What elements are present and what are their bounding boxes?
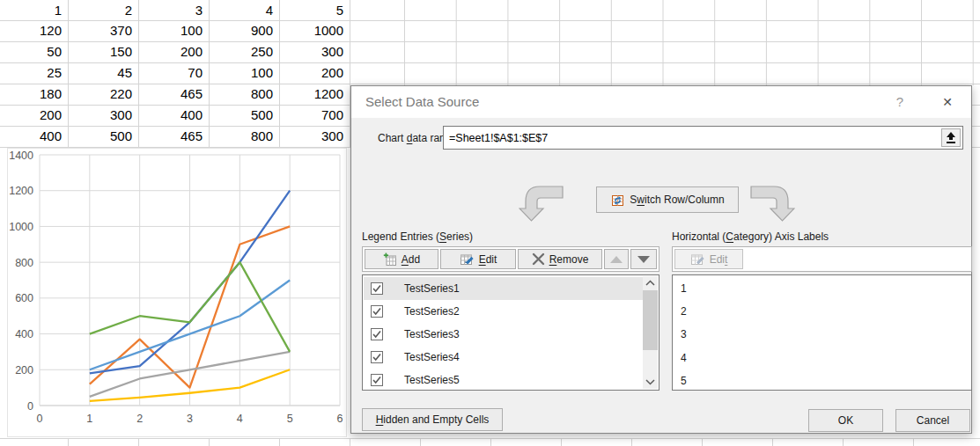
- remove-series-button[interactable]: Remove: [518, 249, 602, 269]
- dialog-title: Select Data Source: [365, 86, 479, 118]
- sheet-cell[interactable]: 300: [279, 42, 350, 61]
- close-icon[interactable]: ✕: [932, 86, 962, 118]
- sheet-cell[interactable]: 4: [209, 1, 279, 19]
- remove-button-label: Remove: [549, 253, 589, 266]
- sheet-cell[interactable]: 150: [68, 42, 138, 61]
- series-list-item[interactable]: TestSeries5: [364, 369, 643, 391]
- remove-series-icon: [532, 252, 545, 266]
- sheet-cell[interactable]: 465: [138, 127, 209, 145]
- help-button[interactable]: ?: [885, 86, 915, 118]
- sheet-cell[interactable]: 180: [0, 84, 68, 103]
- series-scrollbar[interactable]: [643, 276, 658, 389]
- axis-label-item[interactable]: 3: [681, 323, 687, 346]
- legend-toolbar: Add Edit Remove: [362, 246, 659, 272]
- down-triangle-icon: [637, 256, 650, 263]
- chart-data-range-input[interactable]: [444, 127, 962, 149]
- add-series-icon: [383, 252, 397, 267]
- checkmark-icon: [372, 306, 382, 317]
- sheet-cell[interactable]: 2: [68, 1, 138, 19]
- sheet-cell[interactable]: 370: [68, 21, 138, 40]
- x-axis-tick-label: 2: [136, 413, 143, 425]
- move-series-down-button[interactable]: [630, 249, 657, 269]
- sheet-cell[interactable]: 1200: [279, 84, 350, 103]
- edit-button-label: Edit: [479, 253, 497, 266]
- y-axis-tick-label: 200: [15, 364, 33, 377]
- range-select-icon: [945, 131, 957, 144]
- sheet-cell[interactable]: 300: [68, 106, 138, 124]
- axis-label-item[interactable]: 2: [681, 300, 687, 323]
- sheet-cell[interactable]: 70: [138, 63, 209, 82]
- sheet-cell[interactable]: 700: [279, 106, 350, 124]
- move-series-up-button: [604, 249, 629, 269]
- y-axis-tick-label: 400: [15, 328, 33, 340]
- sheet-cell[interactable]: 400: [0, 127, 68, 145]
- sheet-cell[interactable]: 300: [279, 127, 350, 145]
- edit-series-button[interactable]: Edit: [440, 249, 516, 269]
- add-button-label: Add: [402, 253, 420, 266]
- series-checkbox[interactable]: [371, 351, 383, 363]
- sheet-cell[interactable]: 400: [138, 106, 209, 124]
- ok-button[interactable]: OK: [808, 409, 883, 432]
- series-name: TestSeries5: [404, 374, 460, 386]
- series-list-item[interactable]: TestSeries1: [364, 277, 643, 300]
- hidden-button-label: Hidden and Empty Cells: [376, 413, 490, 426]
- series-checkbox[interactable]: [371, 328, 383, 340]
- x-axis-tick-label: 1: [86, 413, 92, 425]
- add-series-button[interactable]: Add: [365, 249, 438, 269]
- sheet-cell[interactable]: 250: [209, 42, 279, 61]
- sheet-cell[interactable]: 1000: [279, 21, 350, 40]
- series-checkbox[interactable]: [371, 282, 383, 295]
- sheet-cell[interactable]: 800: [209, 127, 279, 145]
- sheet-cell[interactable]: 100: [209, 63, 279, 82]
- sheet-cell[interactable]: 800: [209, 84, 279, 103]
- scrollbar-thumb[interactable]: [643, 290, 658, 350]
- checkmark-icon: [372, 352, 382, 362]
- sheet-cell[interactable]: 120: [0, 21, 68, 40]
- checkmark-icon: [372, 283, 382, 294]
- sheet-cell[interactable]: 45: [68, 63, 138, 82]
- x-axis-tick-label: 0: [37, 413, 43, 425]
- hidden-and-empty-cells-button[interactable]: Hidden and Empty Cells: [362, 408, 503, 431]
- series-name: TestSeries3: [404, 328, 460, 340]
- collapse-dialog-button[interactable]: [941, 128, 961, 147]
- scroll-up-icon[interactable]: [643, 276, 658, 290]
- select-data-source-dialog: Select Data Source ? ✕ Chart data range:: [350, 85, 972, 434]
- cancel-button[interactable]: Cancel: [895, 409, 970, 432]
- sheet-cell[interactable]: 900: [209, 21, 279, 40]
- sheet-cell[interactable]: 5: [279, 1, 350, 19]
- switch-row-column-button[interactable]: Switch Row/Column: [596, 186, 739, 213]
- sheet-cell[interactable]: 100: [138, 21, 209, 40]
- sheet-cell[interactable]: 200: [279, 63, 350, 82]
- x-axis-tick-label: 5: [287, 413, 293, 425]
- series-list-item[interactable]: TestSeries2: [364, 300, 643, 323]
- sheet-cell[interactable]: 465: [138, 84, 209, 103]
- y-axis-tick-label: 1200: [9, 185, 33, 197]
- axis-label-item[interactable]: 1: [681, 277, 687, 300]
- sheet-cell[interactable]: 25: [0, 63, 68, 82]
- series-name: TestSeries2: [404, 305, 460, 318]
- series-list-item[interactable]: TestSeries4: [364, 346, 643, 369]
- x-axis-tick-label: 4: [237, 413, 243, 425]
- axis-labels-listbox: 12345: [672, 274, 972, 391]
- sheet-cell[interactable]: 50: [0, 42, 68, 61]
- switch-arrow-right-icon: [749, 181, 795, 223]
- axis-label-item[interactable]: 5: [681, 369, 687, 392]
- edit-axis-labels-icon: [690, 252, 705, 267]
- sheet-cell[interactable]: 200: [138, 42, 209, 61]
- sheet-cell[interactable]: 1: [0, 1, 68, 19]
- sheet-cell[interactable]: 200: [0, 106, 68, 124]
- line-chart[interactable]: 02004006008001000120014000123456: [7, 148, 347, 437]
- sheet-cell[interactable]: 3: [138, 1, 209, 19]
- legend-entries-label: Legend Entries (Series): [362, 230, 473, 243]
- sheet-cell[interactable]: 220: [68, 84, 138, 103]
- switch-arrow-left-icon: [519, 181, 564, 223]
- scroll-down-icon[interactable]: [643, 375, 658, 389]
- series-checkbox[interactable]: [371, 305, 383, 318]
- series-list-item[interactable]: TestSeries3: [364, 323, 643, 346]
- series-checkbox[interactable]: [371, 374, 383, 386]
- axis-label-item[interactable]: 4: [681, 347, 687, 369]
- y-axis-tick-label: 800: [15, 257, 33, 269]
- sheet-cell[interactable]: 500: [209, 106, 279, 124]
- sheet-cell[interactable]: 500: [68, 127, 138, 145]
- y-axis-tick-label: 0: [27, 400, 33, 413]
